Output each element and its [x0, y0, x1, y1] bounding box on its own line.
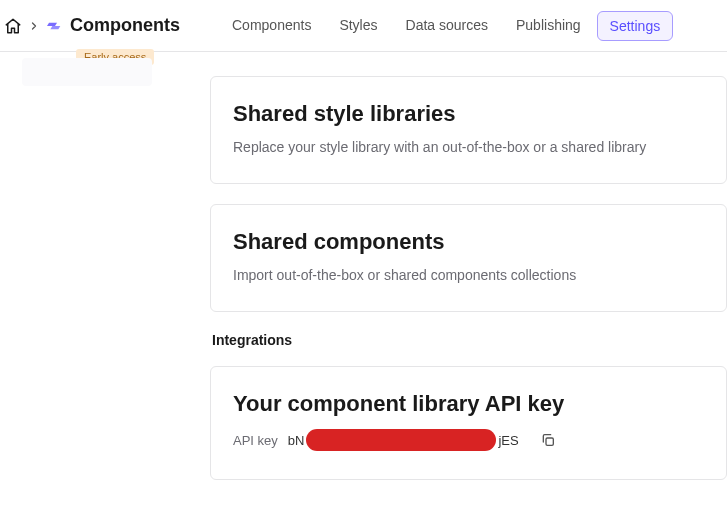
breadcrumb-title[interactable]: Components [70, 15, 180, 36]
api-key-redacted [306, 429, 496, 451]
tab-publishing[interactable]: Publishing [504, 11, 593, 41]
main-content: Shared style libraries Replace your styl… [0, 52, 727, 480]
card-title: Shared style libraries [233, 101, 704, 127]
tab-data-sources[interactable]: Data sources [394, 11, 500, 41]
app-logo-icon [46, 17, 64, 35]
api-key-label: API key [233, 433, 278, 448]
sidebar-placeholder [22, 58, 152, 86]
api-key-row: API key bN jES [233, 429, 704, 451]
api-key-suffix: jES [498, 433, 518, 448]
svg-rect-0 [546, 438, 553, 445]
top-bar: Components Early access Components Style… [0, 0, 727, 52]
api-key-prefix: bN [288, 433, 305, 448]
tab-styles[interactable]: Styles [327, 11, 389, 41]
card-description: Replace your style library with an out-o… [233, 139, 704, 155]
tab-settings[interactable]: Settings [597, 11, 674, 41]
chevron-right-icon [28, 20, 40, 32]
card-shared-components: Shared components Import out-of-the-box … [210, 204, 727, 312]
tab-components[interactable]: Components [220, 11, 323, 41]
home-icon[interactable] [4, 17, 22, 35]
copy-icon[interactable] [539, 431, 557, 449]
breadcrumb: Components Early access [4, 15, 192, 36]
api-key-value: bN jES [288, 429, 519, 451]
card-shared-style-libraries: Shared style libraries Replace your styl… [210, 76, 727, 184]
section-integrations-label: Integrations [212, 332, 727, 348]
tab-bar: Components Styles Data sources Publishin… [220, 11, 673, 41]
card-title: Shared components [233, 229, 704, 255]
card-description: Import out-of-the-box or shared componen… [233, 267, 704, 283]
card-title: Your component library API key [233, 391, 704, 417]
card-api-key: Your component library API key API key b… [210, 366, 727, 480]
